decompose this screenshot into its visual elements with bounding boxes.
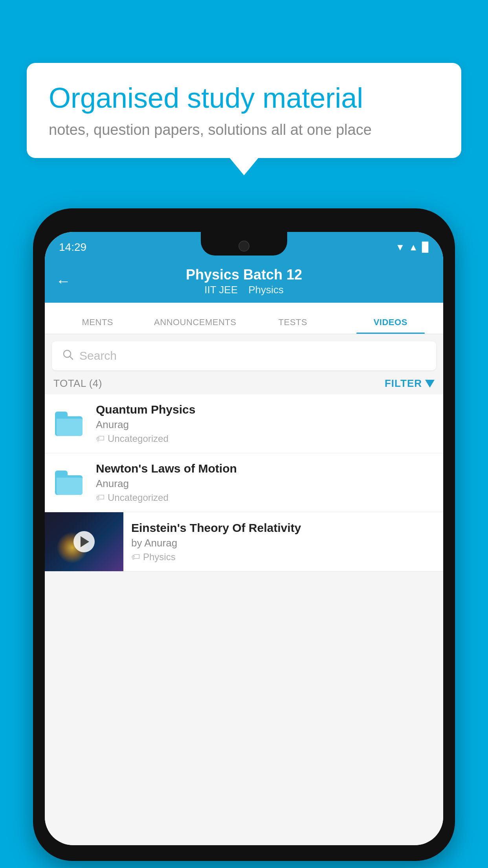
folder-icon-wrap (55, 412, 86, 436)
tag-icon: 🏷 (96, 434, 105, 444)
content-area: Search TOTAL (4) FILTER (45, 334, 443, 845)
play-button[interactable] (73, 531, 95, 552)
item-info: Quantum Physics Anurag 🏷 Uncategorized (96, 403, 433, 444)
item-author: Anurag (96, 478, 433, 490)
folder-tab (55, 412, 68, 418)
item-title: Einstein's Theory Of Relativity (131, 521, 435, 535)
list-item[interactable]: Newton's Laws of Motion Anurag 🏷 Uncateg… (45, 453, 443, 512)
video-thumbnail (45, 512, 123, 571)
tag-label: Physics (143, 552, 176, 563)
folder-front (57, 419, 83, 436)
folder-front (57, 478, 83, 495)
item-author: Anurag (96, 419, 433, 431)
back-button[interactable]: ← (56, 273, 71, 290)
item-info: Newton's Laws of Motion Anurag 🏷 Uncateg… (96, 462, 433, 503)
tab-videos[interactable]: VIDEOS (342, 317, 440, 334)
phone-screen: 14:29 ▼ ▲ ▉ ← Physics Batch 12 IIT JEE P… (45, 232, 443, 845)
tabs-bar: MENTS ANNOUNCEMENTS TESTS VIDEOS (45, 303, 443, 334)
filter-row: TOTAL (4) FILTER (45, 370, 443, 394)
item-tag: 🏷 Physics (131, 552, 435, 563)
notch (201, 232, 287, 256)
item-title: Newton's Laws of Motion (96, 462, 433, 475)
tab-ments[interactable]: MENTS (49, 317, 147, 334)
camera-icon (238, 241, 250, 252)
filter-label: FILTER (385, 377, 422, 390)
battery-icon: ▉ (422, 242, 429, 253)
batch-title: Physics Batch 12 (186, 266, 302, 283)
play-icon (81, 536, 89, 547)
search-placeholder[interactable]: Search (79, 349, 117, 362)
total-count: TOTAL (4) (53, 377, 102, 390)
tag-icon: 🏷 (96, 493, 105, 503)
folder-icon (55, 471, 83, 495)
batch-subject: Physics (248, 284, 284, 296)
svg-line-1 (70, 356, 73, 359)
status-time: 14:29 (59, 238, 86, 254)
tab-announcements[interactable]: ANNOUNCEMENTS (147, 317, 244, 334)
tag-label: Uncategorized (108, 433, 169, 444)
phone-frame: 14:29 ▼ ▲ ▉ ← Physics Batch 12 IIT JEE P… (33, 208, 455, 861)
folder-tab (55, 471, 68, 477)
filter-button[interactable]: FILTER (385, 377, 435, 390)
video-info: Einstein's Theory Of Relativity by Anura… (123, 513, 443, 571)
wifi-icon: ▼ (395, 242, 405, 253)
filter-icon (425, 380, 435, 388)
search-bar[interactable]: Search (52, 341, 436, 370)
bubble-subtitle: notes, question papers, solutions all at… (49, 121, 439, 138)
speech-bubble: Organised study material notes, question… (27, 63, 461, 158)
search-icon (62, 348, 74, 364)
app-header: ← Physics Batch 12 IIT JEE Physics (45, 259, 443, 303)
video-item[interactable]: Einstein's Theory Of Relativity by Anura… (45, 512, 443, 572)
tab-tests[interactable]: TESTS (244, 317, 342, 334)
list-item[interactable]: Quantum Physics Anurag 🏷 Uncategorized (45, 394, 443, 453)
batch-category: IIT JEE (204, 284, 238, 296)
tag-label: Uncategorized (108, 492, 169, 503)
folder-icon-wrap (55, 471, 86, 495)
tag-icon: 🏷 (131, 552, 140, 562)
bubble-title: Organised study material (49, 82, 439, 114)
folder-icon (55, 412, 83, 436)
item-author: by Anurag (131, 537, 435, 549)
item-tag: 🏷 Uncategorized (96, 492, 433, 503)
signal-icon: ▲ (409, 242, 418, 253)
item-tag: 🏷 Uncategorized (96, 433, 433, 444)
batch-subtitle: IIT JEE Physics (200, 284, 288, 296)
item-title: Quantum Physics (96, 403, 433, 416)
status-icons: ▼ ▲ ▉ (395, 239, 429, 253)
